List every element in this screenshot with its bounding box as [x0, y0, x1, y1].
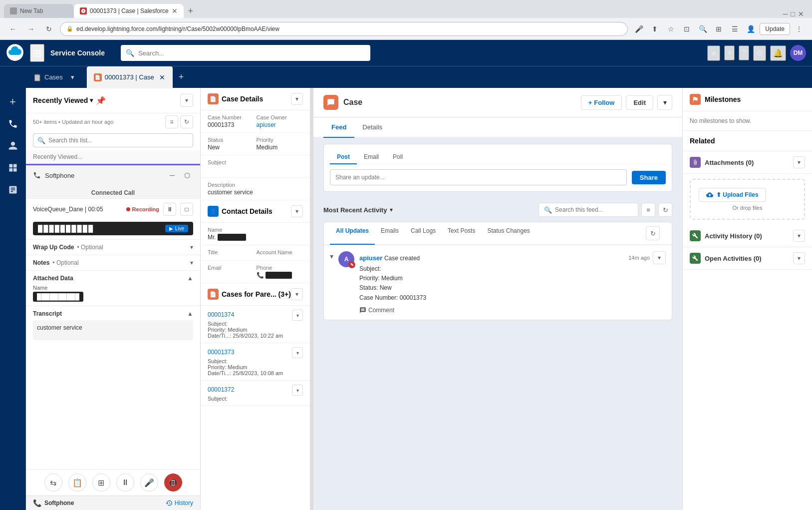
update-tab-emails[interactable]: Emails [375, 222, 405, 245]
phone-btn-mute[interactable]: ⏸ [116, 474, 134, 492]
global-search-input[interactable] [138, 49, 365, 57]
global-search-bar[interactable]: 🔍 [121, 45, 370, 61]
wrap-up-section[interactable]: Wrap Up Code • Optional ▾ [26, 239, 200, 255]
update-tab-call-logs[interactable]: Call Logs [405, 222, 442, 245]
activity-history-section[interactable]: Activity History (0) ▾ [683, 225, 812, 247]
update-tab-status-changes[interactable]: Status Changes [481, 222, 536, 245]
case-1374-number[interactable]: 00001374 [208, 311, 234, 318]
tab-cases[interactable]: 📋 Cases ▾ [26, 66, 87, 88]
user-avatar[interactable]: DM [790, 45, 806, 61]
leftnav-grid-button[interactable] [3, 158, 23, 178]
notes-section[interactable]: Notes • Optional ▾ [26, 255, 200, 270]
feed-collapse-icon[interactable]: ▾ [330, 252, 333, 260]
profile-button[interactable]: 👤 [744, 22, 758, 36]
active-tab-close[interactable]: ✕ [172, 7, 178, 15]
open-activities-section[interactable]: Open Activities (0) ▾ [683, 247, 812, 270]
transfer-button[interactable]: ⇆ [44, 474, 62, 492]
share-button[interactable]: ⬆ [648, 22, 662, 36]
phone-minimize-btn[interactable]: ─ [166, 169, 178, 181]
notifications-button[interactable]: 🔔 [770, 45, 786, 61]
phone-btn-keypad[interactable]: ⊞ [92, 474, 110, 492]
case-1374-collapse[interactable]: ▾ [292, 310, 303, 321]
leftnav-note-button[interactable] [3, 180, 23, 200]
case-1372-number[interactable]: 00001372 [208, 386, 234, 393]
leftnav-people-button[interactable] [3, 136, 23, 156]
follow-button[interactable]: + Follow [581, 95, 622, 110]
feed-user[interactable]: apiuser [359, 254, 382, 262]
ext3-button[interactable]: ⊞ [712, 22, 726, 36]
recently-viewed-pin-button[interactable]: 📌 [95, 94, 107, 106]
refresh-list-button[interactable]: ↻ [180, 115, 193, 128]
browser-inactive-tab[interactable]: New Tab [4, 4, 74, 18]
minimize-btn[interactable]: ─ [783, 10, 788, 18]
maximize-btn[interactable]: □ [791, 10, 795, 18]
phone-btn-transfer[interactable]: ⇆ [44, 474, 62, 492]
history-link[interactable]: History [166, 500, 193, 507]
cases-tab-dropdown[interactable]: ▾ [66, 73, 79, 81]
refresh-updates-btn[interactable]: ↻ [646, 226, 660, 240]
refresh-activity-btn[interactable]: ↻ [658, 203, 672, 217]
end-call-button[interactable]: 📵 [164, 474, 182, 492]
post-tab-poll[interactable]: Poll [386, 150, 410, 164]
tab-details[interactable]: Details [354, 117, 390, 138]
address-bar[interactable]: 🔒 ed.develop.lightning.force.com/lightni… [60, 22, 628, 36]
close-btn[interactable]: ✕ [798, 10, 804, 18]
sf-logo[interactable] [6, 43, 24, 63]
bookmark-button[interactable]: ☆ [664, 22, 678, 36]
filter-activity-btn[interactable]: ≡ [641, 203, 655, 217]
app-launcher-button[interactable]: ⊞ [30, 44, 44, 62]
add-button[interactable]: + [724, 45, 735, 60]
update-button[interactable]: Update [760, 23, 790, 35]
ext1-button[interactable]: ⊡ [680, 22, 694, 36]
recently-viewed-dropdown-icon[interactable]: ▾ [90, 97, 93, 104]
case-details-collapse-btn[interactable]: ▾ [291, 93, 303, 105]
transcript-chevron[interactable]: ▲ [187, 310, 193, 317]
attachments-dropdown-btn[interactable]: ▾ [793, 156, 805, 168]
window-controls[interactable]: ─ □ ✕ [779, 10, 808, 18]
case-1373-number[interactable]: 00001373 [208, 349, 234, 356]
end-call-btn[interactable]: □ [180, 203, 193, 216]
ext2-button[interactable]: 🔍 [696, 22, 710, 36]
contact-details-collapse-btn[interactable]: ▾ [291, 205, 303, 217]
search-list-bar[interactable]: 🔍 [33, 133, 193, 147]
ext4-button[interactable]: ☰ [728, 22, 742, 36]
case-1373-collapse[interactable]: ▾ [292, 347, 303, 358]
browser-active-tab[interactable]: 00001373 | Case | Salesforce ✕ [74, 4, 184, 18]
phone-btn-hold[interactable]: 📋 [68, 474, 86, 492]
update-tab-all[interactable]: All Updates [330, 222, 375, 245]
attached-data-chevron[interactable]: ▲ [187, 275, 193, 282]
back-button[interactable]: ← [6, 22, 20, 36]
tab-case-detail[interactable]: 📄 00001373 | Case ✕ [87, 66, 173, 88]
list-view-button[interactable]: ≡ [165, 115, 178, 128]
edit-button[interactable]: Edit [626, 95, 653, 110]
hold-button[interactable]: 📋 [68, 474, 86, 492]
feed-dropdown-btn[interactable]: ▾ [653, 251, 666, 264]
pause-call-btn[interactable]: ⏸ [163, 203, 176, 216]
recently-viewed-item[interactable]: Recently Viewed... [26, 150, 200, 164]
setup-button[interactable]: ⚙ [753, 45, 766, 61]
help-button[interactable]: ? [739, 45, 749, 60]
mic-button[interactable]: 🎤 [140, 474, 158, 492]
case-1372-collapse[interactable]: ▾ [292, 385, 303, 396]
reload-button[interactable]: ↻ [42, 22, 56, 36]
new-tab-button[interactable]: + [184, 4, 198, 18]
activity-search-input[interactable] [555, 206, 633, 213]
leftnav-phone-button[interactable] [3, 114, 23, 134]
post-tab-email[interactable]: Email [357, 150, 386, 164]
keypad-button[interactable]: ⊞ [92, 474, 110, 492]
case-detail-tab-close[interactable]: ✕ [159, 73, 165, 81]
leftnav-add-button[interactable]: + [3, 92, 23, 112]
search-list-input[interactable] [48, 137, 189, 144]
activity-search[interactable]: 🔍 [539, 203, 638, 217]
mute-button[interactable]: ⏸ [116, 474, 134, 492]
post-tab-post[interactable]: Post [330, 150, 357, 164]
phone-expand-btn[interactable]: ⬡ [181, 169, 193, 181]
open-activities-dropdown-btn[interactable]: ▾ [793, 252, 805, 264]
phone-btn-mic[interactable]: 🎤 [140, 474, 158, 492]
case-actions-dropdown[interactable]: ▾ [657, 95, 672, 110]
attachments-section[interactable]: Attachments (0) ▾ [683, 151, 812, 174]
forward-button[interactable]: → [24, 22, 38, 36]
post-input[interactable] [330, 169, 627, 185]
menu-button[interactable]: ⋮ [792, 22, 806, 36]
tab-feed[interactable]: Feed [323, 117, 354, 138]
